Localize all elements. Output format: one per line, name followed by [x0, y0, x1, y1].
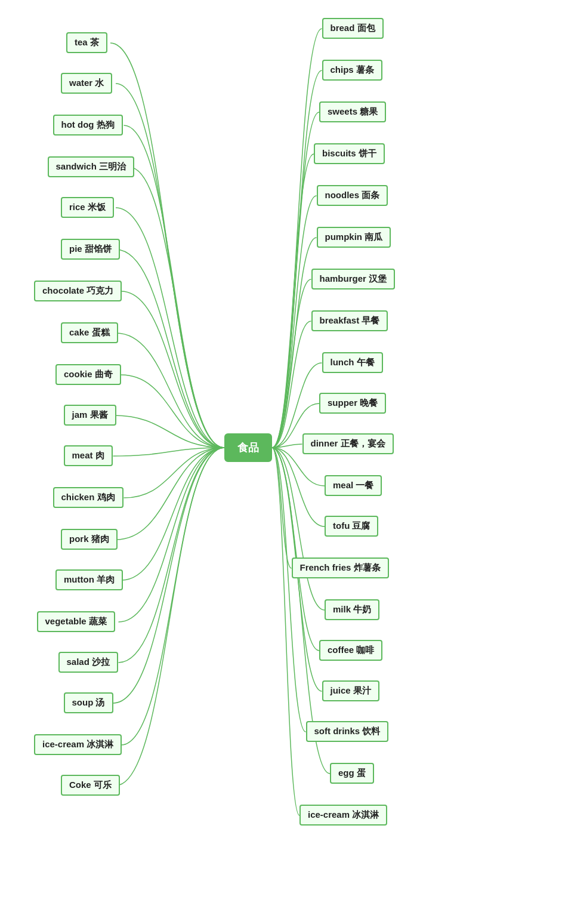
left-node-pie: pie 甜馅饼 [61, 239, 120, 260]
right-node-egg: egg 蛋 [330, 763, 374, 784]
left-node-soup: soup 汤 [64, 692, 113, 713]
right-node-juice: juice 果汁 [322, 680, 379, 701]
right-node-softdrinks: soft drinks 饮料 [306, 721, 389, 742]
right-node-chips: chips 薯条 [322, 60, 382, 81]
right-node-supper: supper 晚餐 [319, 393, 386, 414]
left-node-rice: rice 米饭 [61, 197, 114, 218]
left-node-mutton: mutton 羊肉 [55, 569, 123, 590]
left-node-jam: jam 果酱 [64, 405, 116, 426]
right-node-meal: meal 一餐 [325, 475, 382, 496]
left-node-sandwich: sandwich 三明治 [48, 156, 135, 177]
left-node-cookie: cookie 曲奇 [55, 364, 121, 385]
right-node-dinner: dinner 正餐，宴会 [302, 433, 394, 454]
mind-map: 食品 tea 茶water 水hot dog 热狗sandwich 三明治ric… [0, 0, 562, 924]
left-node-salad: salad 沙拉 [58, 652, 119, 673]
right-node-pumpkin: pumpkin 南瓜 [317, 227, 391, 248]
right-node-milk: milk 牛奶 [325, 599, 379, 620]
right-node-lunch: lunch 午餐 [322, 352, 383, 373]
left-node-chicken: chicken 鸡肉 [53, 487, 123, 508]
left-node-chocolate: chocolate 巧克力 [34, 281, 122, 301]
left-node-water: water 水 [61, 73, 112, 94]
right-node-sweets: sweets 糖果 [319, 101, 386, 122]
left-node-icecream1: ice-cream 冰淇淋 [34, 734, 122, 755]
left-node-meat: meat 肉 [64, 445, 113, 466]
left-node-pork: pork 猪肉 [61, 529, 118, 550]
right-node-tofu: tofu 豆腐 [325, 516, 378, 537]
left-node-cake: cake 蛋糕 [61, 322, 118, 343]
right-node-noodles: noodles 面条 [317, 185, 388, 206]
left-node-vegetable: vegetable 蔬菜 [37, 611, 115, 632]
right-node-icecream2: ice-cream 冰淇淋 [299, 805, 387, 826]
right-node-frenchfries: French fries 炸薯条 [292, 558, 389, 578]
left-node-coke: Coke 可乐 [61, 775, 120, 796]
right-node-coffee: coffee 咖啡 [319, 640, 382, 661]
left-node-tea: tea 茶 [66, 32, 107, 53]
right-node-bread: bread 面包 [322, 18, 384, 39]
right-node-hamburger: hamburger 汉堡 [311, 269, 396, 289]
right-node-breakfast: breakfast 早餐 [311, 310, 388, 331]
right-node-biscuits: biscuits 饼干 [314, 143, 385, 164]
center-node: 食品 [224, 433, 272, 462]
left-node-hotdog: hot dog 热狗 [53, 115, 123, 135]
